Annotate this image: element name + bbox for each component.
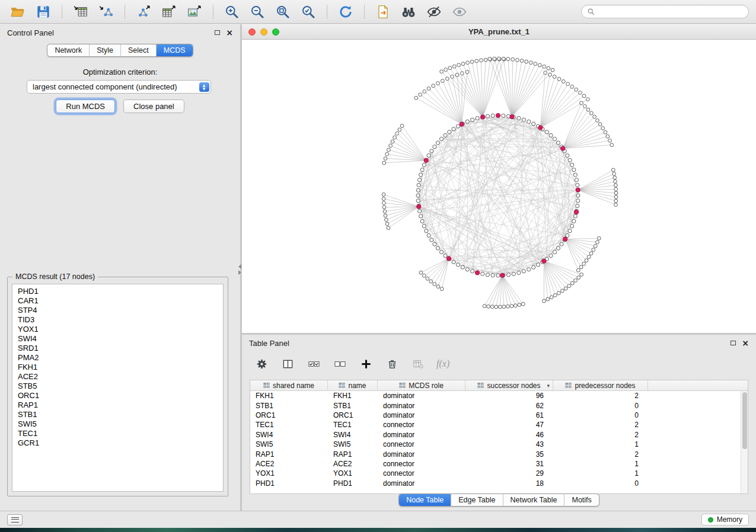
cell-mcds-role[interactable]: dominator — [378, 411, 465, 419]
cell-predecessor-nodes[interactable]: 1 — [553, 440, 648, 448]
cell-mcds-role[interactable]: connector — [378, 421, 465, 429]
cell-predecessor-nodes[interactable]: 1 — [553, 460, 648, 468]
mcds-node-item[interactable]: YOX1 — [18, 325, 223, 334]
cell-shared-name[interactable]: ACE2 — [250, 460, 328, 468]
scrollbar-thumb[interactable] — [742, 392, 747, 449]
cell-name[interactable]: SWI4 — [328, 431, 378, 439]
select-all-button[interactable] — [306, 355, 321, 372]
table-row[interactable]: ACE2ACE2connector311 — [250, 459, 741, 469]
export-table-button[interactable] — [158, 2, 180, 21]
cell-shared-name[interactable]: TEC1 — [250, 421, 328, 429]
tab-mcds[interactable]: MCDS — [156, 44, 193, 56]
mcds-node-item[interactable]: FKH1 — [18, 363, 223, 372]
open-folder-button[interactable] — [7, 2, 28, 21]
refresh-button[interactable] — [335, 2, 356, 21]
cell-shared-name[interactable]: YOX1 — [250, 469, 328, 477]
float-panel-icon[interactable] — [731, 341, 736, 345]
tab-network[interactable]: Network — [47, 44, 89, 56]
cell-successor-nodes[interactable]: 43 — [465, 440, 553, 448]
run-mcds-button[interactable]: Run MCDS — [56, 100, 115, 113]
zoom-fit-button[interactable] — [272, 2, 294, 21]
table-row[interactable]: RAP1RAP1dominator352 — [250, 449, 741, 459]
export-network-button[interactable] — [133, 2, 154, 21]
tab-style[interactable]: Style — [89, 44, 120, 56]
cell-successor-nodes[interactable]: 31 — [465, 460, 553, 468]
cell-name[interactable]: PHD1 — [328, 479, 378, 488]
save-button[interactable] — [33, 2, 54, 21]
zoom-out-button[interactable] — [247, 2, 268, 21]
mcds-node-item[interactable]: PMA2 — [18, 353, 223, 363]
tab-motifs[interactable]: Motifs — [564, 494, 598, 506]
cell-successor-nodes[interactable]: 35 — [465, 450, 553, 459]
table-row[interactable]: SWI4SWI4dominator462 — [250, 430, 741, 440]
cell-mcds-role[interactable]: dominator — [378, 479, 465, 488]
table-row[interactable]: SWI5SWI5connector431 — [250, 440, 741, 449]
cell-mcds-role[interactable]: dominator — [378, 392, 465, 400]
table-row[interactable]: PHD1PHD1dominator180 — [250, 479, 741, 488]
table-row[interactable]: STB1STB1dominator620 — [250, 400, 741, 410]
float-panel-icon[interactable] — [215, 30, 220, 35]
cell-name[interactable]: ACE2 — [328, 460, 378, 468]
show-selected-eye-button[interactable] — [449, 2, 470, 21]
mcds-node-item[interactable]: STP4 — [18, 306, 223, 315]
cell-mcds-role[interactable]: dominator — [378, 450, 465, 459]
cell-name[interactable]: YOX1 — [328, 469, 378, 477]
export-image-button[interactable] — [184, 2, 205, 21]
cell-mcds-role[interactable]: dominator — [378, 402, 465, 410]
cell-predecessor-nodes[interactable]: 0 — [553, 479, 648, 488]
cell-successor-nodes[interactable]: 18 — [465, 479, 553, 488]
cell-shared-name[interactable]: ORC1 — [250, 411, 328, 419]
hide-selected-eye-button[interactable] — [423, 2, 445, 21]
tab-node-table[interactable]: Node Table — [399, 494, 451, 506]
cell-shared-name[interactable]: STB1 — [250, 402, 328, 410]
cell-name[interactable]: ORC1 — [328, 411, 378, 419]
cell-predecessor-nodes[interactable]: 2 — [553, 392, 648, 400]
mcds-node-item[interactable]: SWI5 — [18, 419, 223, 429]
table-row[interactable]: FKH1FKH1dominator962 — [250, 391, 741, 400]
import-network-button[interactable] — [95, 2, 117, 21]
table-scrollbar[interactable] — [741, 391, 748, 493]
column-header-predecessor-nodes[interactable]: predecessor nodes — [553, 380, 648, 390]
cell-name[interactable]: RAP1 — [328, 450, 378, 459]
memory-button[interactable]: Memory — [701, 514, 749, 525]
cell-name[interactable]: SWI5 — [328, 440, 378, 448]
mcds-node-item[interactable]: RAP1 — [18, 400, 223, 410]
window-zoom-button[interactable] — [272, 28, 279, 36]
mcds-node-item[interactable]: CAR1 — [18, 296, 223, 306]
cell-successor-nodes[interactable]: 47 — [465, 421, 553, 429]
search-binoculars-button[interactable] — [398, 2, 419, 21]
splitter-collapse-handle[interactable] — [238, 264, 241, 275]
export-document-button[interactable] — [372, 2, 394, 21]
gear-button[interactable] — [254, 355, 269, 372]
network-nodes[interactable] — [382, 57, 618, 309]
search-input[interactable] — [598, 8, 743, 16]
mcds-node-item[interactable]: ACE2 — [18, 372, 223, 382]
cell-shared-name[interactable]: SWI4 — [250, 431, 328, 439]
cell-predecessor-nodes[interactable]: 1 — [553, 469, 648, 477]
cell-predecessor-nodes[interactable]: 0 — [553, 402, 648, 410]
mcds-node-item[interactable]: GCR1 — [18, 438, 223, 448]
cell-mcds-role[interactable]: connector — [378, 469, 465, 477]
cell-successor-nodes[interactable]: 46 — [465, 431, 553, 439]
column-header-successor-nodes[interactable]: successor nodes▾ — [465, 380, 553, 390]
mcds-node-item[interactable]: PHD1 — [18, 287, 223, 296]
search-box[interactable] — [581, 5, 749, 18]
mcds-node-item[interactable]: ORC1 — [18, 391, 223, 400]
cell-successor-nodes[interactable]: 62 — [465, 402, 553, 410]
tab-network-table[interactable]: Network Table — [503, 494, 564, 506]
column-header-mcds-role[interactable]: MCDS role — [378, 380, 465, 390]
mcds-node-item[interactable]: SWI4 — [18, 334, 223, 344]
cell-shared-name[interactable]: FKH1 — [250, 392, 328, 400]
import-table-button[interactable] — [70, 2, 91, 21]
cell-mcds-role[interactable]: connector — [378, 460, 465, 468]
window-minimize-button[interactable] — [260, 28, 267, 36]
close-panel-icon[interactable]: × — [226, 28, 233, 37]
network-canvas[interactable] — [242, 40, 756, 333]
cell-shared-name[interactable]: SWI5 — [250, 440, 328, 448]
optimization-select[interactable]: largest connected component (undirected)… — [27, 80, 211, 94]
column-header-name[interactable]: name — [328, 380, 378, 390]
mcds-node-item[interactable]: TID3 — [18, 315, 223, 325]
close-panel-icon[interactable]: × — [742, 339, 749, 347]
mcds-result-list[interactable]: PHD1CAR1STP4TID3YOX1SWI4SRD1PMA2FKH1ACE2… — [12, 284, 224, 492]
delete-row-button[interactable] — [384, 355, 400, 372]
